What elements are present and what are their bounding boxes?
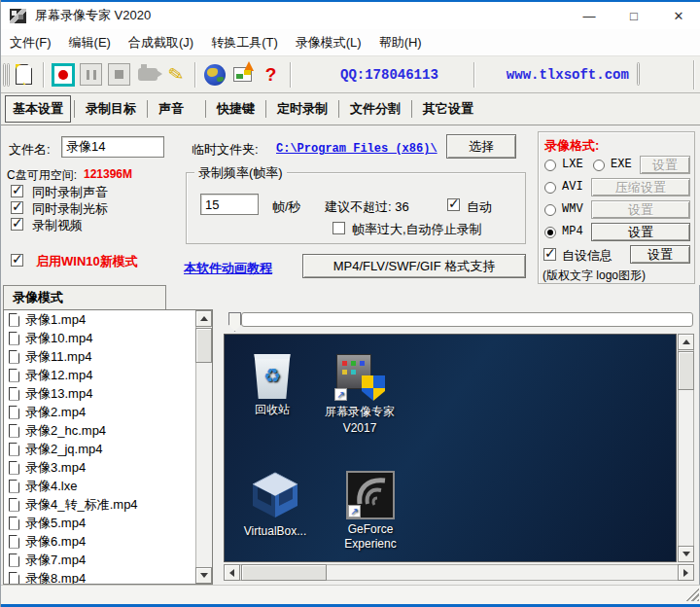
recording-mode-tab[interactable]: 录像模式 — [3, 285, 166, 309]
desktop-preview: 回收站 ↗ 屏幕录像专家 V2017 VirtualBox... — [224, 334, 677, 562]
format-wmv-radio[interactable] — [544, 204, 556, 216]
title-bar[interactable]: 屏幕录像专家 V2020 — □ ✕ — [1, 2, 700, 29]
scrollbar-thumb[interactable] — [678, 351, 694, 390]
annotate-button[interactable]: ✎ — [162, 61, 189, 88]
toolbar-gripper[interactable] — [7, 63, 10, 87]
file-list-item[interactable]: 录像12.mp4 — [4, 366, 212, 384]
format-exe-radio[interactable] — [593, 160, 605, 171]
menu-record-mode[interactable]: 录像模式(L) — [287, 30, 370, 55]
tab-record-target[interactable]: 录制目标 — [78, 95, 144, 123]
framerate-input[interactable] — [200, 194, 259, 215]
format-lxe-radio[interactable] — [544, 160, 556, 171]
format-mp4-radio[interactable] — [544, 227, 556, 238]
tab-hotkeys[interactable]: 快捷键 — [209, 95, 262, 123]
file-name: 录像10.mp4 — [25, 330, 92, 347]
menu-compose-capture[interactable]: 合成截取(J) — [120, 30, 202, 55]
toolbar-separator — [693, 60, 694, 89]
format-exe-label: EXE — [611, 158, 632, 171]
menu-help[interactable]: 帮助(H) — [370, 30, 431, 55]
format-groupbox: 录像格式: LXE EXE 设置 AVI 压缩设置 WMV 设置 MP4 设置 … — [538, 131, 695, 284]
tab-scheduled-recording[interactable]: 定时录制 — [269, 95, 335, 123]
menu-convert-tools[interactable]: 转换工具(T) — [202, 30, 287, 55]
scroll-up-button[interactable] — [678, 334, 694, 350]
menu-bar: 文件(F) 编辑(E) 合成截取(J) 转换工具(T) 录像模式(L) 帮助(H… — [1, 29, 700, 55]
file-list-scrollbar[interactable] — [195, 310, 212, 584]
file-list-item[interactable]: 录像5.mp4 — [4, 514, 212, 532]
tab-sound[interactable]: 声音 — [151, 95, 192, 123]
mp4-settings-button[interactable]: 设置 — [591, 223, 690, 241]
pause-button — [78, 61, 104, 88]
minimize-button[interactable]: — — [567, 2, 612, 29]
filename-input[interactable] — [61, 136, 164, 158]
maximize-button[interactable]: □ — [612, 2, 656, 29]
tab-separator — [265, 100, 266, 118]
scroll-right-button[interactable] — [678, 564, 694, 581]
record-cursor-checkbox[interactable] — [11, 201, 23, 214]
avi-compress-settings-button: 压缩设置 — [591, 178, 690, 196]
record-sound-checkbox[interactable] — [11, 185, 23, 197]
capture-button[interactable] — [229, 61, 256, 88]
scroll-left-button[interactable] — [224, 564, 240, 581]
framerate-auto-checkbox[interactable] — [447, 198, 460, 211]
resize-grip[interactable] — [685, 588, 699, 601]
file-list-item[interactable]: 录像8.mp4 — [4, 569, 212, 585]
toolbar-separator — [473, 62, 474, 88]
menu-edit[interactable]: 编辑(E) — [60, 30, 120, 55]
website-button[interactable] — [201, 61, 228, 88]
file-list-item[interactable]: 录像13.mp4 — [4, 384, 212, 403]
file-list-item[interactable]: 录像3.mp4 — [4, 458, 212, 477]
toolbar-gripper[interactable] — [637, 62, 640, 86]
temp-folder-path-link[interactable]: C:\Program Files (x86)\ — [276, 142, 438, 156]
framerate-overload-checkbox[interactable] — [332, 222, 345, 234]
stop-button — [106, 61, 132, 88]
shortcut-arrow-icon: ↗ — [334, 388, 347, 401]
desktop-icon-label: VirtualBox... — [234, 524, 316, 538]
win10-mode-checkbox[interactable] — [11, 254, 23, 267]
tutorial-link[interactable]: 本软件动画教程 — [184, 260, 272, 277]
file-list-item[interactable]: 录像1.mp4 — [4, 310, 212, 329]
tab-other-settings[interactable]: 其它设置 — [415, 95, 481, 123]
file-list-item[interactable]: 录像4.lxe — [4, 477, 212, 495]
preview-vertical-scrollbar[interactable] — [678, 334, 694, 562]
custom-info-settings-button[interactable]: 设置 — [630, 245, 690, 264]
desktop-icon-label: 屏幕录像专家 — [319, 404, 401, 420]
framerate-groupbox: 录制频率(帧率) 帧/秒 建议不超过: 36 自动 帧率过大,自动停止录制 — [186, 172, 526, 244]
choose-folder-button[interactable]: 选择 — [446, 134, 516, 159]
file-list-item[interactable]: 录像10.mp4 — [4, 329, 212, 347]
file-list-item[interactable]: 录像7.mp4 — [4, 551, 212, 569]
preview-horizontal-scrollbar[interactable] — [224, 564, 694, 581]
close-button[interactable]: ✕ — [656, 2, 700, 29]
file-list-item[interactable]: 录像2.mp4 — [4, 403, 212, 421]
scrollbar-thumb[interactable] — [195, 328, 212, 363]
file-list-item[interactable]: 录像6.mp4 — [4, 532, 212, 551]
scroll-up-button[interactable] — [195, 310, 212, 327]
tab-file-split[interactable]: 文件分割 — [342, 95, 408, 123]
file-list-item[interactable]: 录像4_转_标准.mp4 — [4, 495, 212, 514]
zoom-slider-thumb[interactable] — [228, 312, 241, 332]
scroll-down-button[interactable] — [678, 546, 694, 562]
scroll-down-button[interactable] — [195, 567, 212, 584]
new-file-button[interactable] — [11, 61, 37, 88]
website-link[interactable]: www.tlxsoft.com — [507, 67, 629, 83]
document-icon — [9, 517, 19, 530]
framerate-auto-label: 自动 — [467, 198, 492, 216]
file-list-item[interactable]: 录像2_jq.mp4 — [4, 440, 212, 458]
help-button[interactable]: ? — [258, 61, 284, 88]
file-list-item[interactable]: 录像2_hc.mp4 — [4, 421, 212, 440]
tab-basic-settings[interactable]: 基本设置 — [5, 95, 71, 123]
record-video-checkbox[interactable] — [11, 218, 23, 231]
record-button[interactable] — [50, 61, 76, 88]
new-file-icon — [16, 64, 32, 85]
file-list-item[interactable]: 录像11.mp4 — [4, 347, 212, 366]
screen-recorder-icon: ↗ — [334, 354, 385, 401]
recording-file-list[interactable]: 录像1.mp4 录像10.mp4 录像11.mp4 录像12.mp4 录像13.… — [3, 309, 213, 585]
preview-zoom-slider[interactable] — [241, 312, 693, 327]
app-icon[interactable] — [10, 9, 26, 23]
format-support-button[interactable]: MP4/FLV/SWF/GIF 格式支持 — [302, 254, 526, 278]
toolbar-gripper[interactable] — [3, 63, 6, 87]
custom-info-checkbox[interactable] — [543, 248, 556, 261]
virtualbox-icon — [249, 469, 301, 521]
format-avi-radio[interactable] — [544, 182, 556, 194]
scrollbar-thumb[interactable] — [241, 564, 327, 581]
menu-file[interactable]: 文件(F) — [1, 30, 60, 55]
